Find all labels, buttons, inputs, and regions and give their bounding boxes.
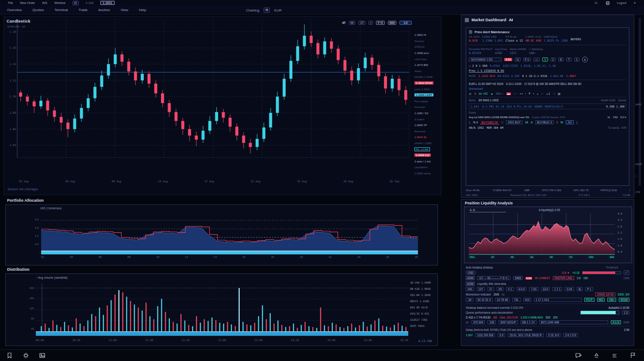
toolbar-button[interactable]: 1T	[358, 21, 365, 25]
control-cell[interactable]: DM3	[513, 276, 522, 280]
control-cell[interactable]: 1.3	[622, 311, 629, 315]
control-cell[interactable]: FASTER LINE	[553, 276, 574, 280]
menu-item[interactable]: 1.1631	[100, 1, 114, 5]
control-cell[interactable]: 370.304	[472, 320, 485, 324]
control-cell[interactable]: 4-0-0	[517, 287, 527, 291]
toolbar-button[interactable]: 1	[551, 58, 556, 61]
bookmark-icon[interactable]	[6, 352, 13, 359]
indicator-chip[interactable]: ▬	[506, 92, 511, 95]
order-button[interactable]: BUY/BUG 3	[535, 120, 554, 124]
control-cell[interactable]: 4-1-5	[611, 320, 621, 324]
menu-item[interactable]: Overview	[7, 8, 22, 12]
menu-item[interactable]: Trade	[78, 8, 88, 12]
allocation-chart[interactable]	[41, 212, 418, 254]
control-cell[interactable]: 15.01, 3/21 17L8, 59/32 R	[508, 333, 544, 337]
gear-icon[interactable]	[23, 352, 29, 359]
charting-menu-item[interactable]: Charting	[246, 8, 259, 12]
control-cell[interactable]: 1 1 1	[552, 287, 562, 291]
control-cell[interactable]: 3097 6201/P	[498, 320, 518, 324]
menu-item[interactable]: Window	[54, 1, 65, 4]
control-cell[interactable]: 13-0	[541, 287, 550, 291]
toolbar-button[interactable]: W	[349, 21, 356, 25]
control-cell[interactable]: 2-9 1 5.9	[563, 333, 578, 337]
menu-item[interactable]: INS	[42, 1, 47, 4]
menu-item[interactable]: ⊡	[73, 1, 79, 5]
image-icon[interactable]	[39, 352, 46, 359]
upload-arrow-icon[interactable]	[593, 352, 600, 359]
toolbar-button[interactable]: 1	[574, 58, 579, 61]
control-cell[interactable]: 2+	[487, 287, 494, 291]
menu-item[interactable]: New Order	[20, 1, 35, 4]
printer-icon[interactable]	[606, 1, 610, 5]
menu-item[interactable]: Auction	[98, 8, 110, 12]
menu-item[interactable]: Help	[139, 8, 146, 12]
flag-icon[interactable]	[629, 352, 636, 359]
control-cell[interactable]: 122L 5/9 306	[475, 333, 495, 337]
toolbar-button[interactable]: S	[582, 57, 588, 62]
candlestick-chart[interactable]: 1.181.161.141.121.101.081.061.04	[4, 17, 411, 164]
control-cell[interactable]: OSD	[466, 271, 475, 275]
control-cell[interactable]: EB 1 1 1V	[521, 320, 537, 324]
control-cell[interactable]: TO-P	[584, 298, 594, 302]
layout-icon[interactable]: ⧉	[264, 8, 270, 13]
control-cell[interactable]: 1 17 1 413	[534, 298, 582, 302]
menu-item[interactable]: Terminal	[54, 8, 68, 12]
control-cell[interactable]: 0.04	[565, 287, 574, 291]
control-cell[interactable]: 73L	[512, 298, 521, 302]
liquidity-chart[interactable]	[469, 213, 615, 257]
control-cell[interactable]: 413	[523, 298, 532, 302]
toolbar-button[interactable]: 4T	[342, 21, 345, 24]
control-cell[interactable]: 128	[487, 320, 496, 324]
control-cell[interactable]: 4.69	[525, 277, 533, 280]
distribution-chart[interactable]	[36, 282, 408, 337]
control-cell[interactable]: 7.03	[529, 287, 538, 291]
menu-item[interactable]: View	[121, 8, 128, 12]
control-cell[interactable]: 040	[466, 287, 474, 291]
control-cell[interactable]: ⤢	[624, 270, 629, 275]
toolbar-button[interactable]: E	[558, 58, 564, 61]
control-cell[interactable]: 20000 1/0 00	[595, 292, 615, 296]
control-cell[interactable]: V 1	[506, 287, 514, 291]
toolbar-button[interactable]: MM	[388, 21, 397, 25]
menu-item[interactable]: 0.168	[86, 1, 94, 4]
progress-bar[interactable]	[580, 311, 619, 315]
control-cell[interactable]: AGM	[466, 282, 475, 286]
menu-item[interactable]: Quotes	[32, 8, 44, 12]
control-cell[interactable]: A|	[577, 287, 583, 291]
control-cell[interactable]: 15s-	[607, 298, 616, 302]
control-cell[interactable]: 3 15, 8.9	[546, 333, 561, 337]
toolbar-button[interactable]: U	[515, 58, 521, 61]
toolbar-button[interactable]: —	[533, 58, 540, 61]
toolbar-button[interactable]: /	[368, 21, 373, 25]
toolbar-button[interactable]: F ≡	[523, 58, 531, 61]
menu-item[interactable]: File	[8, 1, 13, 4]
control-cell[interactable]: W3	[597, 298, 605, 302]
control-cell[interactable]: P 1	[585, 287, 593, 291]
toolbar-button[interactable]: T	[566, 58, 571, 61]
toolbar-button[interactable]: 1/2	[399, 21, 412, 25]
logout-button[interactable]: Logout	[617, 1, 626, 4]
toolbar-button[interactable]: F H	[376, 21, 384, 25]
control-cell[interactable]: 137	[477, 287, 485, 291]
order-button[interactable]: 2001 BUY	[506, 120, 522, 124]
progress-bar[interactable]	[582, 271, 621, 274]
control-cell[interactable]: .34	[466, 298, 473, 302]
close-icon[interactable]: ✕	[633, 1, 636, 5]
control-cell[interactable]: 09	[497, 287, 503, 291]
control-cell[interactable]: 501M	[619, 298, 629, 302]
control-cell[interactable]: 4049	[466, 276, 475, 280]
control-cell[interactable]: E2 — 98 ——— F B 4 |	[477, 276, 510, 280]
announced-link[interactable]: Announced	[469, 87, 483, 90]
menubar1-left: FileNew OrderINSWindow⊡0.1681.1631	[8, 1, 115, 5]
control-cell[interactable]: 14 78 48	[495, 298, 510, 302]
order-button[interactable]: AM	[566, 120, 573, 124]
control-cell[interactable]: 807) 1240 #98	[539, 320, 608, 324]
toolbar-button[interactable]: NOV/WAVE 1.5G	[469, 58, 502, 61]
control-cell[interactable]: 0.9	[498, 333, 505, 337]
list-icon[interactable]	[611, 352, 618, 359]
order-button[interactable]: BUY/1862 00	[480, 121, 498, 124]
chat-icon[interactable]	[575, 352, 582, 359]
control-cell[interactable]: 52 31 51 9	[476, 298, 493, 302]
toolbar-button[interactable]: V	[542, 58, 548, 61]
toolbar-button[interactable]: 4.61	[504, 58, 512, 61]
